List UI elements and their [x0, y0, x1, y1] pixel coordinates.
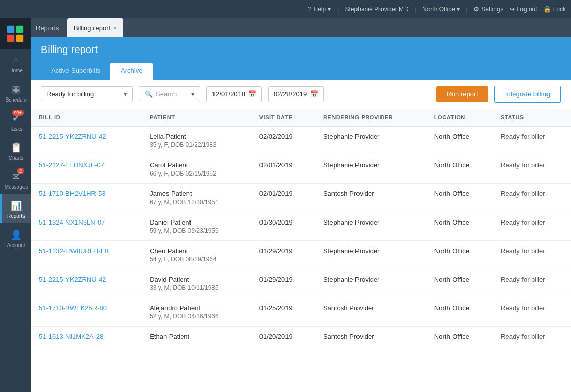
location: North Office	[426, 241, 492, 270]
table-row: 51-1710-BWEK25R-80Alejandro Patient52 y,…	[31, 298, 571, 327]
charts-icon: 📋	[11, 142, 22, 153]
messages-icon: ✉2	[12, 171, 20, 182]
col-bill-id: BILL ID	[31, 109, 141, 126]
location: North Office	[426, 212, 492, 241]
lock-button[interactable]: 🔒 Lock	[543, 6, 566, 13]
rendering-provider: Stephanie Provider	[315, 126, 426, 155]
bill-id-link[interactable]: 51-2127-FFDNXJL-07	[39, 161, 104, 169]
status-badge: Ready for biller	[492, 327, 571, 347]
patient-name: Ethan Patient	[150, 333, 243, 340]
logout-button[interactable]: ↪ Log out	[510, 6, 537, 13]
location: North Office	[426, 298, 492, 327]
tab-active-superbills[interactable]: Active Superbills	[41, 63, 110, 80]
table-row: 51-2127-FFDNXJL-07Carol Patient66 y, F, …	[31, 155, 571, 184]
sidebar-item-account[interactable]: 👤 Account	[0, 223, 31, 252]
bill-id-link[interactable]: 51-1613-NI1MK2A-28	[39, 333, 103, 340]
col-patient: PATIENT	[141, 109, 251, 126]
visit-date: 02/02/2019	[251, 126, 315, 155]
tab-reports[interactable]: Reports	[36, 24, 59, 32]
schedule-icon: ▦	[12, 84, 20, 95]
visit-date: 02/01/2019	[251, 184, 315, 212]
patient-info: 54 y, F, DOB 08/29/1964	[150, 256, 243, 263]
filters-bar: Ready for billing ▾ 🔍 Search ▾ 12/01/201…	[31, 80, 571, 109]
patient-info: 59 y, M, DOB 09/23/1959	[150, 227, 243, 234]
tab-billing-report[interactable]: Billing report ×	[67, 18, 123, 37]
table-body: 51-2215-YK2ZRNU-42Leila Patient35 y, F, …	[31, 126, 571, 347]
status-badge: Ready for biller	[492, 241, 571, 270]
col-rendering-provider: RENDERING PROVIDER	[315, 109, 426, 126]
location: North Office	[426, 327, 492, 347]
status-filter[interactable]: Ready for billing ▾	[41, 86, 133, 102]
rendering-provider: Stephanie Provider	[315, 270, 426, 298]
bill-id-link[interactable]: 51-1324-NX1N3LN-07	[39, 218, 105, 226]
svg-rect-0	[7, 26, 14, 33]
billing-table-container: BILL ID PATIENT VISIT DATE RENDERING PRO…	[31, 109, 571, 392]
tab-bar: Reports › Billing report ×	[31, 18, 571, 37]
page-title: Billing report	[41, 44, 561, 56]
sidebar-item-messages[interactable]: ✉2 Messages	[0, 165, 31, 194]
bill-id-link[interactable]: 51-1710-BH2V1HR-53	[39, 190, 106, 198]
col-status: STATUS	[492, 109, 571, 126]
svg-rect-3	[16, 35, 23, 42]
rendering-provider: Stephanie Provider	[315, 241, 426, 270]
table-row: 51-1324-NX1N3LN-07Daniel Patient59 y, M,…	[31, 212, 571, 241]
rendering-provider: Santosh Provider	[315, 184, 426, 212]
location: North Office	[426, 270, 492, 298]
settings-icon: ⚙	[473, 6, 479, 13]
table-row: 51-2215-YK2ZRNU-42David Patient33 y, M, …	[31, 270, 571, 298]
calendar-to-icon[interactable]: 📅	[310, 90, 318, 98]
top-bar: ? Help ▾ | Stephanie Provider MD | North…	[0, 0, 571, 18]
sidebar-nav: ⌂ Home ▦ Schedule ✔99+ Tasks 📋 Charts ✉2	[0, 49, 31, 392]
col-location: LOCATION	[426, 109, 492, 126]
svg-rect-1	[16, 26, 23, 33]
date-from-input[interactable]: 12/01/2018 📅	[206, 86, 262, 102]
visit-date: 01/30/2019	[251, 212, 315, 241]
calendar-from-icon[interactable]: 📅	[248, 90, 256, 98]
office-selector[interactable]: North Office ▾	[422, 6, 460, 13]
patient-info: 66 y, F, DOB 02/15/1952	[150, 170, 243, 177]
account-icon: 👤	[11, 229, 22, 240]
table-row: 51-1710-BH2V1HR-53James Patient67 y, M, …	[31, 184, 571, 212]
settings-button[interactable]: ⚙ Settings	[473, 6, 503, 13]
page-header: Billing report	[31, 37, 571, 63]
run-report-button[interactable]: Run report	[436, 86, 488, 102]
status-badge: Ready for biller	[492, 212, 571, 241]
date-to-input[interactable]: 02/28/2019 📅	[268, 86, 324, 102]
patient-name: Carol Patient	[150, 161, 243, 169]
lock-icon: 🔒	[543, 6, 551, 13]
location: North Office	[426, 126, 492, 155]
sidebar-item-home[interactable]: ⌂ Home	[0, 49, 31, 78]
svg-rect-2	[7, 35, 14, 42]
sidebar-item-reports[interactable]: 📊 Reports	[0, 194, 31, 223]
app-layout: ⌂ Home ▦ Schedule ✔99+ Tasks 📋 Charts ✉2	[0, 18, 571, 392]
bill-id-link[interactable]: 51-1710-BWEK25R-80	[39, 304, 107, 312]
location: North Office	[426, 184, 492, 212]
bill-id-link[interactable]: 51-1232-HW8URLH-E8	[39, 247, 109, 255]
sidebar-item-tasks[interactable]: ✔99+ Tasks	[0, 107, 31, 136]
bill-id-link[interactable]: 51-2215-YK2ZRNU-42	[39, 133, 106, 140]
help-button[interactable]: ? Help ▾	[308, 6, 331, 13]
rendering-provider: Stephanie Provider	[315, 155, 426, 184]
patient-info: 52 y, M, DOB 04/16/1966	[150, 313, 243, 320]
visit-date: 01/29/2019	[251, 270, 315, 298]
logo	[0, 18, 31, 49]
visit-date: 01/20/2019	[251, 327, 315, 347]
visit-date: 01/29/2019	[251, 241, 315, 270]
sub-tabs: Active Superbills Archive	[31, 63, 571, 80]
sidebar-item-charts[interactable]: 📋 Charts	[0, 136, 31, 165]
visit-date: 02/01/2019	[251, 155, 315, 184]
bill-id-link[interactable]: 51-2215-YK2ZRNU-42	[39, 276, 106, 283]
home-icon: ⌂	[13, 55, 19, 66]
patient-name: Chen Patient	[150, 247, 243, 255]
rendering-provider: Stephanie Provider	[315, 212, 426, 241]
content-area: Billing report Active Superbills Archive…	[31, 37, 571, 392]
search-filter[interactable]: 🔍 Search ▾	[139, 86, 200, 102]
help-icon: ?	[308, 6, 312, 13]
search-filter-arrow-icon: ▾	[191, 90, 195, 98]
tab-close-icon[interactable]: ×	[113, 24, 116, 31]
patient-info: 35 y, F, DOB 01/22/1983	[150, 141, 243, 149]
sidebar-item-schedule[interactable]: ▦ Schedule	[0, 78, 31, 107]
tab-archive[interactable]: Archive	[110, 63, 153, 80]
rendering-provider: Santosh Provider	[315, 298, 426, 327]
integrate-billing-button[interactable]: Integrate billing	[494, 86, 561, 103]
